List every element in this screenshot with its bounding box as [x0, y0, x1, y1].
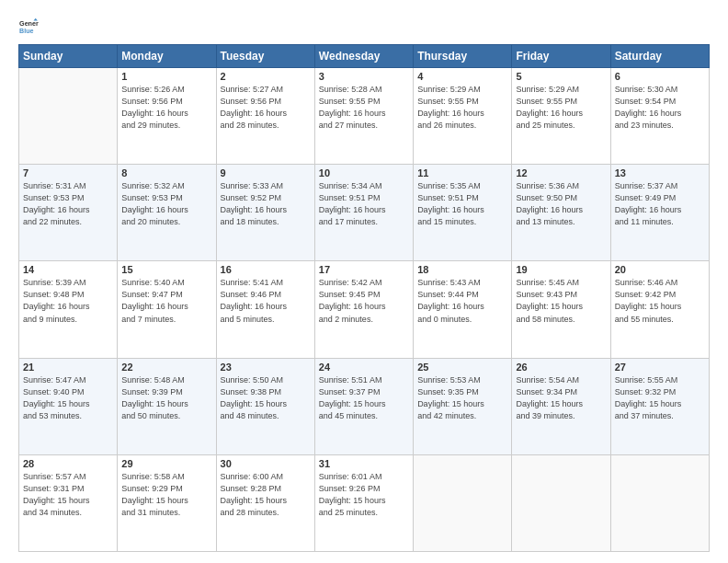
day-info: Sunrise: 5:29 AM Sunset: 9:55 PM Dayligh… — [516, 84, 606, 132]
calendar-day-cell: 17Sunrise: 5:42 AM Sunset: 9:45 PM Dayli… — [314, 261, 413, 358]
day-info: Sunrise: 5:29 AM Sunset: 9:55 PM Dayligh… — [417, 84, 507, 132]
calendar-day-cell: 22Sunrise: 5:48 AM Sunset: 9:39 PM Dayli… — [118, 358, 216, 454]
day-number: 31 — [319, 458, 409, 469]
day-info: Sunrise: 5:43 AM Sunset: 9:44 PM Dayligh… — [417, 277, 507, 325]
calendar-day-cell — [610, 454, 709, 551]
weekday-header: Saturday — [610, 45, 709, 68]
calendar-day-cell: 21Sunrise: 5:47 AM Sunset: 9:40 PM Dayli… — [19, 358, 118, 454]
svg-marker-2 — [34, 18, 38, 21]
calendar-day-cell: 9Sunrise: 5:33 AM Sunset: 9:52 PM Daylig… — [216, 165, 314, 261]
calendar-day-cell: 29Sunrise: 5:58 AM Sunset: 9:29 PM Dayli… — [118, 454, 216, 551]
day-number: 3 — [319, 71, 409, 82]
day-number: 21 — [23, 362, 113, 373]
day-info: Sunrise: 5:57 AM Sunset: 9:31 PM Dayligh… — [23, 471, 113, 519]
calendar-day-cell: 6Sunrise: 5:30 AM Sunset: 9:54 PM Daylig… — [610, 68, 709, 165]
day-info: Sunrise: 5:28 AM Sunset: 9:55 PM Dayligh… — [319, 84, 409, 132]
day-number: 17 — [319, 264, 409, 275]
calendar-week-row: 14Sunrise: 5:39 AM Sunset: 9:48 PM Dayli… — [19, 261, 710, 358]
calendar-day-cell — [414, 454, 512, 551]
svg-text:General: General — [19, 20, 39, 28]
day-info: Sunrise: 5:31 AM Sunset: 9:53 PM Dayligh… — [23, 180, 113, 228]
calendar-day-cell: 11Sunrise: 5:35 AM Sunset: 9:51 PM Dayli… — [414, 165, 512, 261]
calendar-day-cell: 27Sunrise: 5:55 AM Sunset: 9:32 PM Dayli… — [610, 358, 709, 454]
day-number: 20 — [615, 264, 705, 275]
day-number: 8 — [121, 167, 211, 178]
calendar-week-row: 28Sunrise: 5:57 AM Sunset: 9:31 PM Dayli… — [19, 454, 710, 551]
calendar-day-cell: 30Sunrise: 6:00 AM Sunset: 9:28 PM Dayli… — [216, 454, 314, 551]
day-info: Sunrise: 6:00 AM Sunset: 9:28 PM Dayligh… — [221, 471, 311, 519]
weekday-header: Wednesday — [314, 45, 413, 68]
day-info: Sunrise: 6:01 AM Sunset: 9:26 PM Dayligh… — [319, 471, 409, 519]
calendar-day-cell: 28Sunrise: 5:57 AM Sunset: 9:31 PM Dayli… — [19, 454, 118, 551]
weekday-header: Tuesday — [216, 45, 314, 68]
day-info: Sunrise: 5:40 AM Sunset: 9:47 PM Dayligh… — [121, 277, 211, 325]
day-number: 16 — [221, 264, 311, 275]
calendar-header-row: SundayMondayTuesdayWednesdayThursdayFrid… — [19, 45, 710, 68]
day-info: Sunrise: 5:36 AM Sunset: 9:50 PM Dayligh… — [516, 180, 606, 228]
calendar-day-cell: 4Sunrise: 5:29 AM Sunset: 9:55 PM Daylig… — [414, 68, 512, 165]
header: General Blue — [18, 17, 710, 37]
day-info: Sunrise: 5:37 AM Sunset: 9:49 PM Dayligh… — [615, 180, 705, 228]
day-info: Sunrise: 5:45 AM Sunset: 9:43 PM Dayligh… — [516, 277, 606, 325]
day-number: 30 — [221, 458, 311, 469]
day-number: 10 — [319, 167, 409, 178]
weekday-header: Sunday — [19, 45, 118, 68]
calendar-day-cell: 13Sunrise: 5:37 AM Sunset: 9:49 PM Dayli… — [610, 165, 709, 261]
day-info: Sunrise: 5:34 AM Sunset: 9:51 PM Dayligh… — [319, 180, 409, 228]
day-info: Sunrise: 5:50 AM Sunset: 9:38 PM Dayligh… — [221, 374, 311, 422]
calendar-day-cell — [19, 68, 118, 165]
day-info: Sunrise: 5:30 AM Sunset: 9:54 PM Dayligh… — [615, 84, 705, 132]
calendar-day-cell: 12Sunrise: 5:36 AM Sunset: 9:50 PM Dayli… — [512, 165, 610, 261]
day-info: Sunrise: 5:39 AM Sunset: 9:48 PM Dayligh… — [23, 277, 113, 325]
weekday-header: Monday — [118, 45, 216, 68]
logo-icon: General Blue — [18, 17, 39, 37]
day-number: 14 — [23, 264, 113, 275]
day-info: Sunrise: 5:58 AM Sunset: 9:29 PM Dayligh… — [121, 471, 211, 519]
day-number: 7 — [23, 167, 113, 178]
day-info: Sunrise: 5:55 AM Sunset: 9:32 PM Dayligh… — [615, 374, 705, 422]
calendar-day-cell — [512, 454, 610, 551]
weekday-header: Thursday — [414, 45, 512, 68]
day-number: 26 — [516, 362, 606, 373]
day-number: 24 — [319, 362, 409, 373]
day-number: 27 — [615, 362, 705, 373]
day-number: 25 — [417, 362, 507, 373]
calendar-day-cell: 3Sunrise: 5:28 AM Sunset: 9:55 PM Daylig… — [314, 68, 413, 165]
calendar-day-cell: 23Sunrise: 5:50 AM Sunset: 9:38 PM Dayli… — [216, 358, 314, 454]
day-info: Sunrise: 5:48 AM Sunset: 9:39 PM Dayligh… — [121, 374, 211, 422]
day-number: 23 — [221, 362, 311, 373]
calendar-day-cell: 2Sunrise: 5:27 AM Sunset: 9:56 PM Daylig… — [216, 68, 314, 165]
day-number: 18 — [417, 264, 507, 275]
calendar-week-row: 7Sunrise: 5:31 AM Sunset: 9:53 PM Daylig… — [19, 165, 710, 261]
calendar-day-cell: 15Sunrise: 5:40 AM Sunset: 9:47 PM Dayli… — [118, 261, 216, 358]
day-number: 28 — [23, 458, 113, 469]
calendar-day-cell: 31Sunrise: 6:01 AM Sunset: 9:26 PM Dayli… — [314, 454, 413, 551]
day-info: Sunrise: 5:47 AM Sunset: 9:40 PM Dayligh… — [23, 374, 113, 422]
day-number: 12 — [516, 167, 606, 178]
calendar-day-cell: 5Sunrise: 5:29 AM Sunset: 9:55 PM Daylig… — [512, 68, 610, 165]
day-info: Sunrise: 5:53 AM Sunset: 9:35 PM Dayligh… — [417, 374, 507, 422]
weekday-header: Friday — [512, 45, 610, 68]
day-number: 9 — [221, 167, 311, 178]
calendar-week-row: 21Sunrise: 5:47 AM Sunset: 9:40 PM Dayli… — [19, 358, 710, 454]
day-info: Sunrise: 5:27 AM Sunset: 9:56 PM Dayligh… — [221, 84, 311, 132]
day-number: 2 — [221, 71, 311, 82]
day-number: 1 — [121, 71, 211, 82]
day-info: Sunrise: 5:32 AM Sunset: 9:53 PM Dayligh… — [121, 180, 211, 228]
day-info: Sunrise: 5:33 AM Sunset: 9:52 PM Dayligh… — [221, 180, 311, 228]
calendar-day-cell: 18Sunrise: 5:43 AM Sunset: 9:44 PM Dayli… — [414, 261, 512, 358]
calendar-day-cell: 19Sunrise: 5:45 AM Sunset: 9:43 PM Dayli… — [512, 261, 610, 358]
day-info: Sunrise: 5:46 AM Sunset: 9:42 PM Dayligh… — [615, 277, 705, 325]
day-number: 15 — [121, 264, 211, 275]
day-info: Sunrise: 5:51 AM Sunset: 9:37 PM Dayligh… — [319, 374, 409, 422]
svg-text:Blue: Blue — [19, 28, 34, 35]
day-number: 19 — [516, 264, 606, 275]
day-number: 5 — [516, 71, 606, 82]
calendar-day-cell: 26Sunrise: 5:54 AM Sunset: 9:34 PM Dayli… — [512, 358, 610, 454]
calendar-day-cell: 25Sunrise: 5:53 AM Sunset: 9:35 PM Dayli… — [414, 358, 512, 454]
calendar-week-row: 1Sunrise: 5:26 AM Sunset: 9:56 PM Daylig… — [19, 68, 710, 165]
logo: General Blue — [18, 17, 42, 37]
calendar-day-cell: 8Sunrise: 5:32 AM Sunset: 9:53 PM Daylig… — [118, 165, 216, 261]
day-number: 22 — [121, 362, 211, 373]
day-info: Sunrise: 5:54 AM Sunset: 9:34 PM Dayligh… — [516, 374, 606, 422]
